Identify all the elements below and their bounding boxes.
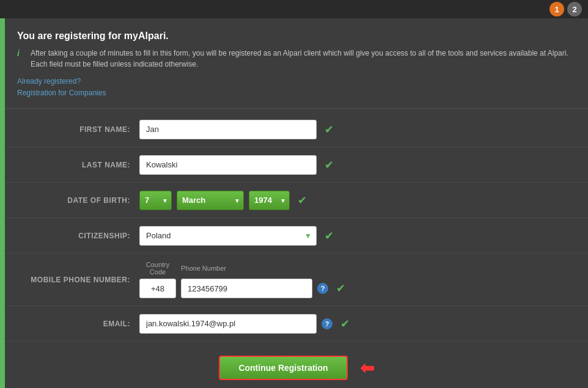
phone-num-label: Phone Number <box>181 265 312 272</box>
phone-country-code-input[interactable] <box>139 279 176 298</box>
step-1-badge[interactable]: 1 <box>549 2 564 16</box>
phone-number-input[interactable] <box>181 279 312 298</box>
first-name-controls: ✔ <box>139 120 576 139</box>
citizenship-row: CITIZENSHIP: Poland GermanyUnited Kingdo… <box>5 218 588 254</box>
info-icon: i <box>17 48 26 58</box>
phone-check-icon: ✔ <box>336 282 345 295</box>
email-row: EMAIL: ? ✔ <box>5 306 588 342</box>
continue-registration-button[interactable]: Continue Registration <box>219 356 347 380</box>
content-area: You are registering for myAlpari. i Afte… <box>5 18 588 388</box>
already-registered-link[interactable]: Already registered? <box>17 76 576 87</box>
main-container: You are registering for myAlpari. i Afte… <box>0 18 588 388</box>
accent-bar <box>0 18 5 388</box>
dob-row: DATE OF BIRTH: 1234 5678 9101112 1314151… <box>5 183 588 218</box>
email-question-icon[interactable]: ? <box>322 318 333 329</box>
first-name-input[interactable] <box>139 120 317 139</box>
phone-question-icon[interactable]: ? <box>317 283 328 294</box>
dob-day-wrapper: 1234 5678 9101112 13141516 17181920 2122… <box>139 191 172 210</box>
email-input[interactable] <box>139 314 317 334</box>
registration-companies-link[interactable]: Registration for Companies <box>17 87 576 99</box>
email-check-icon: ✔ <box>340 317 350 331</box>
citizenship-label: CITIZENSHIP: <box>17 232 139 240</box>
phone-container: Country Code Phone Number ? ✔ <box>139 261 345 298</box>
top-bar: 1 2 <box>0 0 588 18</box>
button-row: Continue Registration ⬅ <box>5 345 588 388</box>
info-row: i After taking a couple of minutes to fi… <box>17 48 576 70</box>
last-name-controls: ✔ <box>139 155 576 175</box>
step-2-badge[interactable]: 2 <box>567 2 582 16</box>
last-name-row: LAST NAME: ✔ <box>5 147 588 183</box>
dob-month-select[interactable]: JanuaryFebruaryMarch AprilMayJune JulyAu… <box>177 191 244 210</box>
dob-year-select[interactable]: 1974 1973197519801990 <box>249 191 290 210</box>
header-title: You are registering for myAlpari. <box>17 31 576 42</box>
citizenship-check-icon: ✔ <box>325 229 334 243</box>
phone-label: MOBILE PHONE NUMBER: <box>17 276 139 284</box>
citizenship-select[interactable]: Poland GermanyUnited KingdomFrance <box>139 226 317 246</box>
phone-inputs-row: ? ✔ <box>139 279 345 298</box>
email-label: EMAIL: <box>17 320 139 328</box>
header-section: You are registering for myAlpari. i Afte… <box>5 18 588 109</box>
first-name-row: FIRST NAME: ✔ <box>5 112 588 147</box>
dob-year-wrapper: 1974 1973197519801990 ▼ <box>249 191 290 210</box>
first-name-label: FIRST NAME: <box>17 125 139 134</box>
dob-label: DATE OF BIRTH: <box>17 196 139 205</box>
dob-day-select[interactable]: 1234 5678 9101112 13141516 17181920 2122… <box>139 191 172 210</box>
last-name-input[interactable] <box>139 155 317 175</box>
last-name-label: LAST NAME: <box>17 161 139 169</box>
dob-controls: 1234 5678 9101112 13141516 17181920 2122… <box>139 191 576 210</box>
info-text: After taking a couple of minutes to fill… <box>31 48 576 70</box>
phone-cc-label: Country Code <box>139 261 176 276</box>
arrow-indicator-icon: ⬅ <box>360 358 374 378</box>
last-name-check-icon: ✔ <box>325 158 334 172</box>
phone-controls: Country Code Phone Number ? ✔ <box>139 261 576 298</box>
citizenship-controls: Poland GermanyUnited KingdomFrance ▼ ✔ <box>139 226 576 246</box>
phone-row: MOBILE PHONE NUMBER: Country Code Phone … <box>5 254 588 306</box>
dob-month-wrapper: JanuaryFebruaryMarch AprilMayJune JulyAu… <box>177 191 244 210</box>
citizenship-select-wrapper: Poland GermanyUnited KingdomFrance ▼ <box>139 226 317 246</box>
form-section: FIRST NAME: ✔ LAST NAME: ✔ DATE OF BIRTH… <box>5 109 588 345</box>
first-name-check-icon: ✔ <box>325 123 334 136</box>
email-controls: ? ✔ <box>139 314 576 334</box>
phone-labels-row: Country Code Phone Number <box>139 261 345 276</box>
links-section: Already registered? Registration for Com… <box>17 76 576 99</box>
dob-check-icon: ✔ <box>298 194 307 207</box>
